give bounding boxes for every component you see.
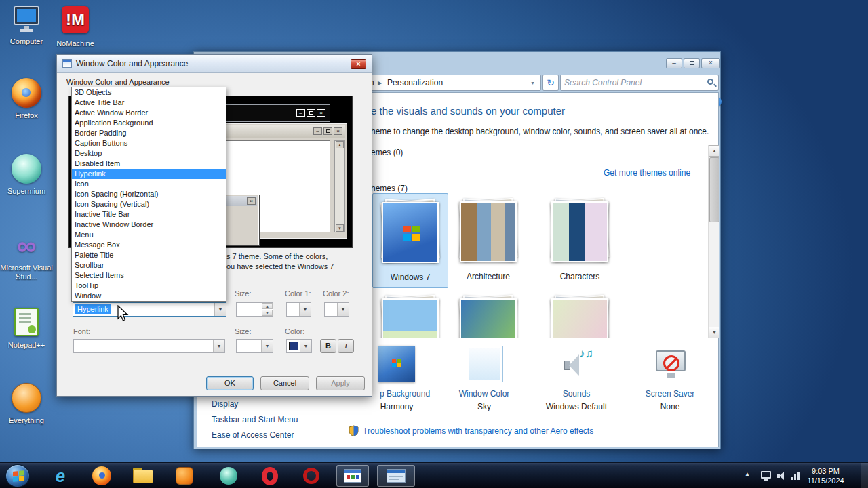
spinner-up-icon[interactable]: ▲ [262, 303, 273, 309]
window-color-thumbnail[interactable] [467, 346, 503, 382]
sidebar-item-display[interactable]: Display [212, 399, 238, 409]
tray-expand-icon[interactable]: ▲ [745, 471, 750, 477]
list-option[interactable]: Icon Spacing (Vertical) [72, 199, 226, 209]
scrollbar-thumb[interactable] [709, 157, 719, 222]
list-option[interactable]: Active Window Border [72, 108, 226, 118]
color1-dropdown[interactable]: ▼ [286, 302, 311, 317]
chevron-down-icon[interactable]: ▼ [213, 340, 224, 352]
maximize-button[interactable] [684, 58, 700, 68]
list-option[interactable]: Icon Spacing (Horizontal) [72, 189, 226, 199]
color2-dropdown[interactable]: ▼ [324, 302, 349, 317]
dialog-titlebar[interactable]: Window Color and Appearance × [57, 55, 372, 73]
theme-tile-characters[interactable]: Characters [542, 193, 618, 288]
list-option[interactable]: Window [72, 291, 226, 301]
sidebar-item-ease-of-access[interactable]: Ease of Access Center [212, 430, 294, 440]
desktop-background-thumbnail[interactable] [378, 346, 415, 382]
theme-tile[interactable] [372, 290, 448, 338]
sounds-link[interactable]: Sounds [534, 389, 618, 399]
taskbar-running-app[interactable] [336, 465, 369, 487]
item-dropdown-list[interactable]: 3D Objects Active Title Bar Active Windo… [71, 87, 226, 302]
chevron-down-icon[interactable]: ▼ [299, 303, 311, 316]
search-box[interactable] [560, 75, 719, 91]
list-option[interactable]: Palette Title [72, 250, 226, 260]
italic-button[interactable]: I [338, 339, 354, 353]
list-option[interactable]: Application Background [72, 118, 226, 128]
list-option[interactable]: Disabled Item [72, 159, 226, 169]
list-option[interactable]: Icon [72, 179, 226, 189]
size-spinner[interactable]: ▲ ▼ [236, 302, 273, 317]
theme-tile-architecture[interactable]: Architecture [450, 193, 526, 288]
desktop-background-link[interactable]: p Background [380, 389, 430, 399]
font-color-dropdown[interactable]: ▼ [286, 339, 312, 353]
breadcrumb-item-personalization[interactable]: Personalization [387, 78, 443, 87]
taskbar-firefox[interactable] [87, 465, 116, 487]
list-option[interactable]: Border Padding [72, 128, 226, 138]
taskbar-internet-explorer[interactable]: e [46, 465, 75, 487]
list-option[interactable]: Message Box [72, 240, 226, 250]
theme-tile[interactable] [542, 290, 618, 338]
chevron-down-icon[interactable]: ▼ [300, 340, 311, 352]
list-option[interactable]: Scrollbar [72, 260, 226, 270]
desktop-icon-firefox[interactable]: Firefox [0, 77, 53, 120]
taskbar-personalization-window[interactable] [377, 465, 415, 487]
spinner-down-icon[interactable]: ▼ [262, 310, 273, 316]
taskbar-supermium[interactable] [214, 465, 243, 487]
scroll-down-icon[interactable]: ▼ [709, 327, 719, 338]
list-option[interactable]: Desktop [72, 148, 226, 159]
desktop-icon-notepadpp[interactable]: Notepad++ [0, 306, 53, 350]
desktop-icon-supermium[interactable]: Supermium [0, 153, 53, 196]
chevron-down-icon[interactable]: ▼ [337, 303, 349, 316]
chevron-down-icon[interactable]: ▼ [261, 340, 273, 352]
chevron-down-icon[interactable]: ▼ [530, 81, 535, 85]
list-option[interactable]: 3D Objects [72, 87, 226, 98]
sounds-icon[interactable]: ♪♫ [562, 346, 596, 382]
start-button[interactable] [5, 464, 30, 487]
taskbar-red-ring-app[interactable] [297, 465, 326, 487]
list-option[interactable]: ToolTip [72, 281, 226, 291]
close-button[interactable]: × [351, 59, 366, 69]
screen-saver-icon[interactable] [654, 346, 689, 382]
chevron-down-icon[interactable]: ▼ [214, 303, 226, 316]
desktop-icon-visual-studio[interactable]: ∞ Microsoft Visual Stud... [0, 230, 53, 281]
apply-button[interactable]: Apply [316, 376, 365, 390]
shield-icon [349, 425, 359, 436]
screen-saver-link[interactable]: Screen Saver [628, 389, 712, 399]
ok-button[interactable]: OK [206, 376, 254, 390]
display-tray-icon[interactable] [761, 471, 771, 479]
taskbar-clock[interactable]: 9:03 PM 11/15/2024 [800, 466, 851, 485]
font-dropdown[interactable]: ▼ [73, 339, 225, 353]
list-option[interactable]: Inactive Window Border [72, 220, 226, 230]
taskbar-orange-app[interactable] [170, 465, 199, 487]
item-combobox[interactable]: Hyperlink ▼ [73, 302, 226, 317]
sidebar-item-taskbar-startmenu[interactable]: Taskbar and Start Menu [212, 415, 298, 424]
desktop-icon-computer[interactable]: Computer [0, 4, 53, 46]
desktop-icon-label: Supermium [0, 187, 53, 196]
taskbar-explorer[interactable] [129, 465, 157, 487]
desktop-icon-everything[interactable]: Everything [0, 382, 53, 425]
close-button[interactable]: × [701, 58, 720, 68]
search-input[interactable] [564, 76, 700, 89]
clock-date: 11/15/2024 [800, 476, 851, 485]
refresh-button[interactable]: ↻ [542, 75, 559, 91]
bold-button[interactable]: B [320, 339, 336, 353]
taskbar-opera[interactable] [256, 465, 284, 487]
firefox-icon [92, 466, 111, 485]
minimize-button[interactable]: – [666, 58, 682, 68]
list-option[interactable]: Menu [72, 230, 226, 240]
cancel-button[interactable]: Cancel [260, 376, 309, 390]
list-option[interactable]: Caption Buttons [72, 138, 226, 148]
font-size-dropdown[interactable]: ▼ [236, 339, 273, 353]
troubleshoot-link[interactable]: Troubleshoot problems with transparency … [363, 426, 593, 436]
list-option[interactable]: Active Title Bar [72, 98, 226, 108]
get-more-themes-link[interactable]: Get more themes online [604, 168, 690, 178]
themes-scrollbar[interactable]: ▲ ▼ [708, 145, 719, 338]
theme-tile-windows7[interactable]: Windows 7 [372, 193, 448, 288]
window-color-link[interactable]: Window Color [442, 389, 526, 399]
theme-tile[interactable] [450, 290, 526, 338]
list-option[interactable]: Inactive Title Bar [72, 209, 226, 220]
desktop-icon-nomachine[interactable]: !M NoMachine [49, 4, 102, 48]
list-option-selected[interactable]: Hyperlink [72, 169, 226, 179]
scroll-up-icon[interactable]: ▲ [709, 145, 719, 157]
show-desktop-button[interactable] [861, 463, 868, 488]
list-option[interactable]: Selected Items [72, 270, 226, 281]
